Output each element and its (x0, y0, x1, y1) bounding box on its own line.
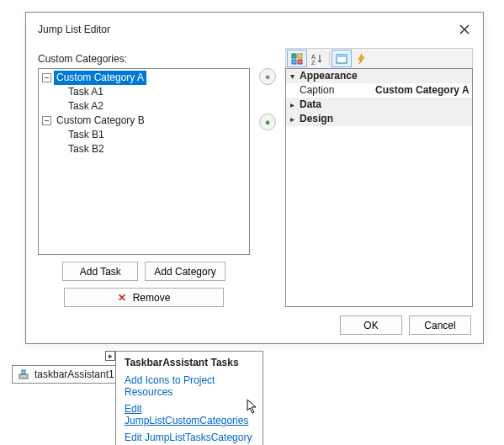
move-button[interactable]: ● (259, 68, 276, 85)
events-button[interactable] (352, 50, 372, 67)
remove-label: Remove (133, 292, 171, 304)
add-task-button[interactable]: Add Task (62, 262, 138, 281)
ok-button[interactable]: OK (340, 315, 402, 335)
tree-task[interactable]: Task A1 (39, 85, 249, 99)
property-grid-pane: A Z (285, 48, 473, 307)
tree-task[interactable]: Task B2 (39, 142, 249, 156)
property-grid-toolbar: A Z (285, 48, 473, 68)
pg-property-row[interactable]: Caption Custom Category A (286, 83, 472, 98)
plus-icon: ● (265, 117, 271, 127)
component-name-label: taskbarAssistant1 (34, 368, 114, 380)
pg-property-value[interactable]: Custom Category A (375, 83, 472, 98)
tree-category[interactable]: Custom Category A (39, 71, 249, 85)
remove-x-icon: ✕ (118, 292, 126, 304)
tree-node-label[interactable]: Task B1 (66, 128, 107, 142)
svg-rect-7 (337, 55, 347, 57)
tree-node-label[interactable]: Custom Category B (54, 114, 147, 128)
pg-category-row[interactable]: ▸ Design (286, 112, 472, 126)
categorized-icon (291, 53, 303, 65)
expander-icon[interactable] (42, 73, 51, 82)
pg-category-name: Appearance (298, 69, 375, 83)
dialog-title: Jump List Editor (38, 24, 454, 35)
alphabetical-icon: A Z (311, 53, 323, 65)
smart-link[interactable]: Add Icons to Project Resources (125, 372, 254, 400)
svg-rect-8 (19, 374, 28, 379)
custom-categories-label: Custom Categories: (38, 53, 250, 65)
svg-rect-0 (292, 54, 296, 58)
component-tray-item[interactable]: taskbarAssistant1 (12, 365, 122, 384)
property-pages-icon (336, 53, 347, 65)
mid-column: ● ● (257, 48, 279, 307)
tree-task[interactable]: Task B1 (39, 128, 249, 142)
expander-icon[interactable] (42, 116, 51, 125)
svg-rect-1 (298, 54, 302, 58)
alphabetical-button[interactable]: A Z (307, 50, 327, 67)
smart-link[interactable]: Edit JumpListTasksCategory (125, 429, 254, 445)
titlebar: Jump List Editor (26, 13, 483, 43)
add-category-button[interactable]: Add Category (145, 262, 225, 281)
chevron-down-icon[interactable]: ▾ (286, 69, 298, 83)
pg-category-row[interactable]: ▾ Appearance (286, 69, 472, 83)
svg-rect-2 (292, 60, 296, 64)
svg-text:Z: Z (311, 60, 316, 65)
add-button[interactable]: ● (259, 114, 276, 130)
categorized-button[interactable] (287, 50, 307, 67)
chevron-right-icon[interactable]: ▸ (286, 98, 298, 112)
categories-tree[interactable]: Custom Category A Task A1 Task A2 Custom… (38, 68, 250, 255)
smart-tag-arrow[interactable]: ▸ (105, 351, 115, 361)
tree-node-label[interactable]: Task A1 (66, 85, 106, 99)
property-pages-button[interactable] (332, 50, 352, 67)
smart-panel-title: TaskbarAssistant Tasks (125, 357, 254, 368)
dialog-actions: OK Cancel (340, 315, 471, 335)
tree-task[interactable]: Task A2 (39, 99, 249, 114)
tree-node-label[interactable]: Task B2 (66, 142, 107, 156)
chevron-right-icon[interactable]: ▸ (286, 112, 298, 126)
cancel-button[interactable]: Cancel (409, 315, 471, 335)
close-button[interactable] (454, 19, 475, 40)
svg-text:A: A (311, 54, 316, 60)
component-icon (18, 368, 29, 380)
tree-node-label[interactable]: Task A2 (66, 99, 106, 114)
left-pane: Custom Categories: Custom Category A Tas… (38, 48, 250, 307)
property-grid[interactable]: ▾ Appearance Caption Custom Category A ▸… (285, 68, 473, 307)
lightning-icon (356, 53, 368, 65)
jump-list-editor-dialog: Jump List Editor Custom Categories: Cust… (25, 12, 484, 344)
remove-button[interactable]: ✕ Remove (64, 288, 224, 307)
pg-category-row[interactable]: ▸ Data (286, 98, 472, 112)
smart-tag-panel: TaskbarAssistant Tasks Add Icons to Proj… (115, 351, 263, 445)
close-icon (459, 24, 470, 34)
svg-rect-9 (22, 370, 25, 374)
dot-icon: ● (265, 72, 271, 82)
svg-rect-3 (298, 60, 302, 64)
tree-category[interactable]: Custom Category B (39, 114, 249, 128)
smart-link[interactable]: Edit JumpListCustomCategories (125, 400, 254, 429)
pg-category-name: Data (298, 98, 375, 112)
pg-property-name: Caption (286, 83, 375, 98)
pg-category-name: Design (298, 112, 375, 126)
tree-node-label[interactable]: Custom Category A (54, 71, 146, 85)
